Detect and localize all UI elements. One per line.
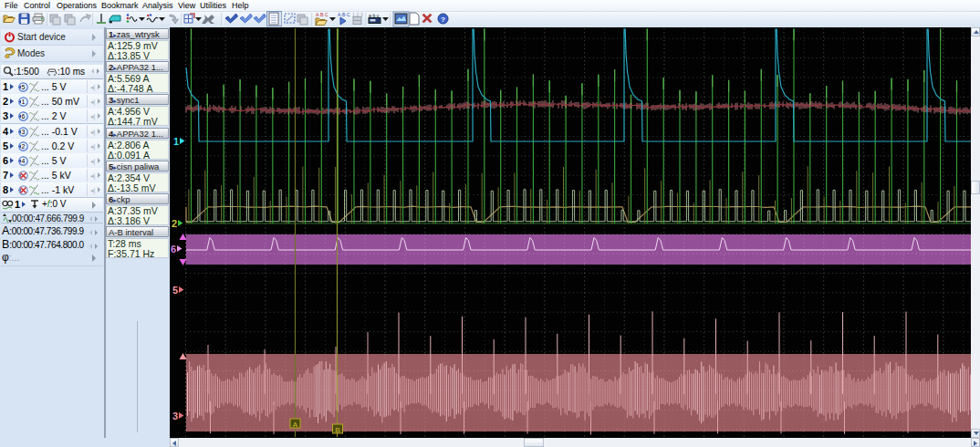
svg-text:1·2·3: 1·2·3: [352, 12, 363, 17]
svg-text:4: 4: [22, 158, 26, 164]
svg-text:?: ?: [441, 16, 445, 24]
svg-text:6: 6: [171, 244, 176, 255]
svg-text:a·b·c: a·b·c: [369, 13, 380, 18]
svg-text:B: B: [335, 426, 339, 434]
svg-text:A: A: [293, 421, 298, 429]
svg-text:1: 1: [22, 99, 26, 105]
svg-text:5: 5: [22, 84, 26, 90]
svg-text:A·B·C: A·B·C: [338, 12, 350, 17]
svg-text:2: 2: [172, 218, 177, 229]
svg-text:2: 2: [22, 143, 26, 150]
svg-text:6: 6: [22, 113, 26, 120]
svg-text:5: 5: [172, 285, 178, 296]
svg-text:1: 1: [173, 136, 179, 147]
svg-text:3: 3: [22, 129, 26, 135]
svg-text:A·B·C: A·B·C: [316, 12, 328, 17]
svg-text:3: 3: [172, 411, 178, 421]
